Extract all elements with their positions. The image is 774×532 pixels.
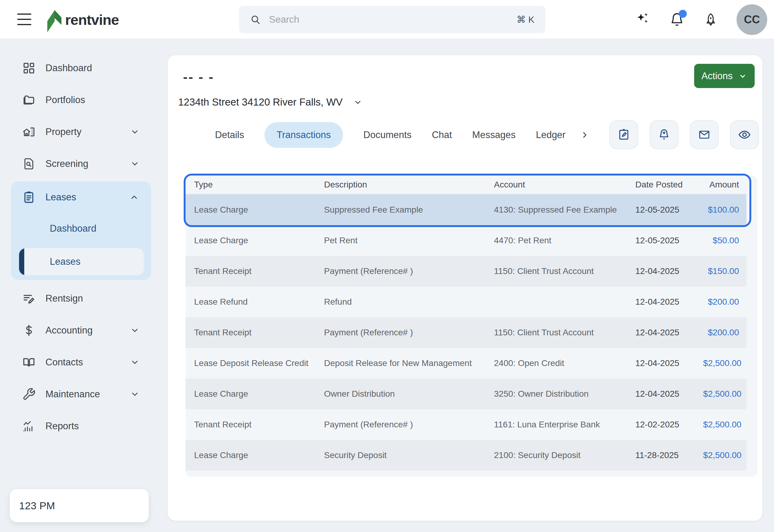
table-row[interactable]: Lease Charge Pet Rent 4470: Pet Rent 12-… — [185, 225, 746, 256]
cell-account: 2400: Open Credit — [494, 358, 635, 368]
cell-account: 4130: Suppressed Fee Example — [494, 205, 635, 215]
sidebar-item-contacts[interactable]: Contacts — [0, 346, 163, 378]
wrench-icon — [22, 387, 36, 401]
sidebar-item-rentsign[interactable]: Rentsign — [0, 283, 163, 314]
cell-description: Owner Distribution — [324, 389, 494, 399]
menu-icon[interactable] — [17, 13, 32, 26]
search-input[interactable] — [269, 14, 517, 25]
cell-description: Payment (Reference# ) — [324, 420, 494, 430]
sidebar-item-label: Dashboard — [45, 63, 92, 74]
chevron-down-icon — [130, 390, 139, 399]
sidebar-item-label: Contacts — [45, 357, 83, 368]
avatar[interactable]: CC — [737, 4, 767, 35]
actions-button[interactable]: Actions — [694, 64, 755, 88]
tab-details[interactable]: Details — [215, 129, 244, 141]
column-header-description: Description — [324, 180, 494, 190]
sidebar-item-screening[interactable]: Screening — [0, 148, 163, 180]
add-alert-button[interactable] — [650, 120, 679, 149]
cell-type: Lease Refund — [185, 297, 324, 307]
cell-amount: $200.00 — [703, 297, 746, 307]
cell-description: Refund — [324, 297, 494, 307]
table-row[interactable]: Lease Deposit Release Credit Deposit Rel… — [185, 348, 746, 379]
logo-text: rentvine — [65, 11, 119, 28]
cell-amount: $2,500.00 — [703, 450, 746, 460]
clipboard-icon — [22, 191, 36, 204]
sidebar: Dashboard Portfolios Property — [0, 39, 163, 532]
avatar-initials: CC — [744, 13, 760, 26]
chevron-up-icon — [130, 193, 139, 202]
cell-amount: $2,500.00 — [703, 358, 746, 368]
cell-description: Payment (Reference# ) — [324, 266, 494, 276]
chevron-down-icon — [130, 358, 139, 367]
rocket-icon[interactable] — [703, 12, 719, 28]
sidebar-item-portfolios[interactable]: Portfolios — [0, 84, 163, 116]
sidebar-item-property[interactable]: Property — [0, 116, 163, 148]
cell-amount: $2,500.00 — [703, 389, 746, 399]
cell-description: Deposit Release for New Management — [324, 358, 494, 368]
tabs-overflow-chevron-right-icon[interactable] — [580, 130, 590, 140]
table-row[interactable]: Tenant Receipt Payment (Reference# ) 115… — [185, 256, 746, 287]
email-button[interactable] — [690, 120, 719, 149]
sidebar-item-reports[interactable]: Reports — [0, 410, 163, 442]
search-shortcut: ⌘ K — [517, 14, 534, 25]
watch-button[interactable] — [730, 120, 759, 149]
logo[interactable]: rentvine — [44, 7, 119, 33]
tab-transactions[interactable]: Transactions — [265, 122, 343, 148]
dollar-icon — [22, 324, 36, 337]
sidebar-item-label: Screening — [45, 158, 88, 169]
column-header-date-posted: Date Posted — [635, 180, 703, 190]
cell-account: 3250: Owner Distribution — [494, 389, 635, 399]
actions-label: Actions — [702, 71, 733, 82]
cell-description: Suppressed Fee Example — [324, 205, 494, 215]
sidebar-subitem-lease-dashboard[interactable]: Dashboard — [11, 213, 151, 244]
sidebar-item-label: Reports — [45, 421, 79, 432]
chevron-down-icon — [130, 127, 139, 137]
table-row[interactable]: Tenant Receipt Payment (Reference# ) 116… — [185, 409, 746, 440]
table-row[interactable]: Lease Charge Security Deposit 2100: Secu… — [185, 440, 746, 471]
clock-text: 123 PM — [19, 500, 55, 512]
tab-messages[interactable]: Messages — [472, 129, 515, 141]
sidebar-subitem-label: Dashboard — [50, 223, 96, 234]
signature-icon — [22, 292, 36, 305]
address-row[interactable]: 1234th Street 34120 River Falls, WV — [178, 96, 363, 108]
ai-sparkles-icon[interactable] — [635, 12, 651, 28]
cell-type: Tenant Receipt — [185, 266, 324, 276]
table-row[interactable]: Lease Charge Owner Distribution 3250: Ow… — [185, 379, 746, 409]
search-bar[interactable]: ⌘ K — [239, 6, 545, 33]
topbar-actions: CC — [635, 0, 767, 39]
sidebar-item-leases[interactable]: Leases — [11, 181, 151, 213]
notifications-bell-icon[interactable] — [669, 12, 685, 28]
cell-amount: $100.00 — [703, 205, 746, 215]
cell-date: 11-28-2025 — [635, 450, 703, 460]
table-row[interactable]: Tenant Receipt Payment (Reference# ) 115… — [185, 317, 746, 348]
sidebar-subitem-leases[interactable]: Leases — [19, 248, 144, 275]
sidebar-item-maintenance[interactable]: Maintenance — [0, 378, 163, 410]
tabs: Details Transactions Documents Chat Mess… — [215, 120, 590, 150]
cell-amount: $2,500.00 — [703, 420, 746, 430]
cell-amount: $50.00 — [703, 236, 746, 245]
tab-ledger[interactable]: Ledger — [536, 129, 566, 141]
cell-account: 1150: Client Trust Account — [494, 266, 635, 276]
sidebar-leases-group: Leases Dashboard Leases — [11, 181, 151, 280]
page-title: -- - - — [183, 69, 214, 85]
sidebar-item-dashboard[interactable]: Dashboard — [0, 52, 163, 84]
tab-chat[interactable]: Chat — [432, 129, 452, 141]
book-open-icon — [22, 356, 36, 369]
table-row[interactable]: Lease Charge Suppressed Fee Example 4130… — [185, 195, 746, 225]
cell-description: Security Deposit — [324, 450, 494, 460]
topbar: rentvine ⌘ K — [0, 0, 774, 39]
sidebar-item-label: Rentsign — [45, 293, 83, 304]
sidebar-item-label: Accounting — [45, 325, 92, 336]
chart-icon — [22, 419, 36, 433]
search-icon — [250, 14, 261, 25]
cell-type: Lease Charge — [185, 389, 324, 399]
sidebar-item-accounting[interactable]: Accounting — [0, 314, 163, 346]
tab-documents[interactable]: Documents — [363, 129, 412, 141]
eye-icon — [738, 128, 751, 141]
quick-action-bar — [610, 120, 759, 149]
edit-note-button[interactable] — [610, 120, 638, 149]
chevron-down-icon[interactable] — [353, 97, 363, 107]
cell-date: 12-04-2025 — [635, 389, 703, 399]
cell-amount: $200.00 — [703, 328, 746, 337]
table-row[interactable]: Lease Refund Refund 12-04-2025 $200.00 — [185, 287, 746, 317]
